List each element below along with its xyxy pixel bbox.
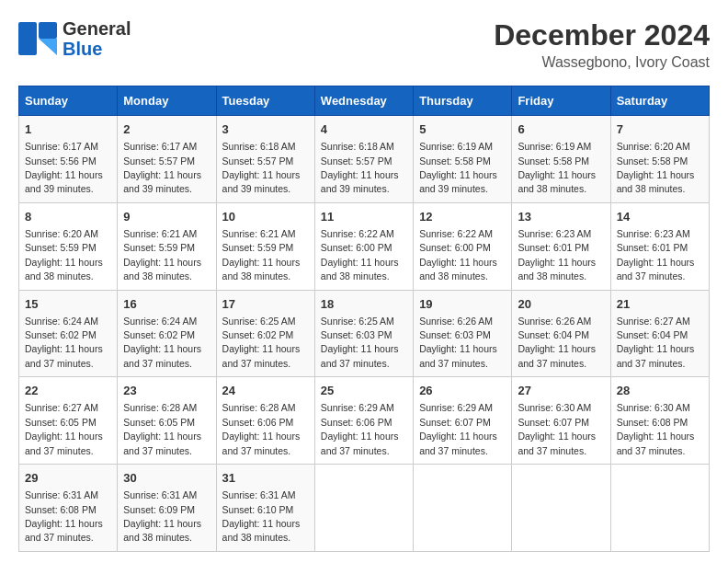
- page-header: General Blue December 2024 Wassegbono, I…: [18, 18, 710, 71]
- calendar-cell: 28 Sunrise: 6:30 AMSunset: 6:08 PMDaylig…: [610, 377, 709, 465]
- calendar-cell: 2 Sunrise: 6:17 AMSunset: 5:57 PMDayligh…: [118, 116, 216, 203]
- svg-rect-1: [39, 22, 57, 39]
- calendar-week-4: 22 Sunrise: 6:27 AMSunset: 6:05 PMDaylig…: [19, 377, 710, 465]
- calendar-cell: 25 Sunrise: 6:29 AMSunset: 6:06 PMDaylig…: [314, 377, 413, 465]
- calendar-cell: 10 Sunrise: 6:21 AMSunset: 5:59 PMDaylig…: [216, 202, 314, 290]
- calendar-cell: [512, 465, 610, 552]
- calendar-cell: 5 Sunrise: 6:19 AMSunset: 5:58 PMDayligh…: [414, 116, 512, 203]
- logo-general: General: [63, 18, 131, 39]
- logo-blue: Blue: [63, 39, 131, 59]
- calendar-cell: 14 Sunrise: 6:23 AMSunset: 6:01 PMDaylig…: [610, 202, 709, 290]
- calendar-cell: 18 Sunrise: 6:25 AMSunset: 6:03 PMDaylig…: [314, 290, 413, 377]
- header-wednesday: Wednesday: [314, 86, 413, 116]
- calendar-cell: 22 Sunrise: 6:27 AMSunset: 6:05 PMDaylig…: [19, 377, 118, 465]
- header-friday: Friday: [512, 86, 610, 116]
- calendar-cell: 1 Sunrise: 6:17 AMSunset: 5:56 PMDayligh…: [19, 116, 118, 203]
- calendar-cell: 27 Sunrise: 6:30 AMSunset: 6:07 PMDaylig…: [512, 377, 610, 465]
- calendar-cell: 6 Sunrise: 6:19 AMSunset: 5:58 PMDayligh…: [512, 116, 610, 203]
- header-tuesday: Tuesday: [216, 86, 314, 116]
- calendar-cell: [414, 465, 512, 552]
- logo: General Blue: [18, 18, 131, 59]
- calendar-cell: 9 Sunrise: 6:21 AMSunset: 5:59 PMDayligh…: [118, 202, 216, 290]
- calendar-cell: 31 Sunrise: 6:31 AMSunset: 6:10 PMDaylig…: [216, 465, 314, 552]
- calendar-week-1: 1 Sunrise: 6:17 AMSunset: 5:56 PMDayligh…: [19, 116, 710, 203]
- svg-rect-0: [18, 22, 37, 55]
- calendar-cell: 4 Sunrise: 6:18 AMSunset: 5:57 PMDayligh…: [314, 116, 413, 203]
- calendar-cell: 17 Sunrise: 6:25 AMSunset: 6:02 PMDaylig…: [216, 290, 314, 377]
- main-title: December 2024: [494, 18, 710, 52]
- svg-marker-2: [39, 39, 57, 55]
- calendar-cell: 21 Sunrise: 6:27 AMSunset: 6:04 PMDaylig…: [610, 290, 709, 377]
- calendar-cell: 20 Sunrise: 6:26 AMSunset: 6:04 PMDaylig…: [512, 290, 610, 377]
- calendar-cell: 3 Sunrise: 6:18 AMSunset: 5:57 PMDayligh…: [216, 116, 314, 203]
- calendar-cell: 8 Sunrise: 6:20 AMSunset: 5:59 PMDayligh…: [19, 202, 118, 290]
- calendar-cell: 12 Sunrise: 6:22 AMSunset: 6:00 PMDaylig…: [414, 202, 512, 290]
- calendar-cell: 30 Sunrise: 6:31 AMSunset: 6:09 PMDaylig…: [118, 465, 216, 552]
- calendar-cell: 19 Sunrise: 6:26 AMSunset: 6:03 PMDaylig…: [414, 290, 512, 377]
- calendar-week-5: 29 Sunrise: 6:31 AMSunset: 6:08 PMDaylig…: [19, 465, 710, 552]
- calendar-cell: 15 Sunrise: 6:24 AMSunset: 6:02 PMDaylig…: [19, 290, 118, 377]
- calendar-cell: 24 Sunrise: 6:28 AMSunset: 6:06 PMDaylig…: [216, 377, 314, 465]
- header-monday: Monday: [118, 86, 216, 116]
- calendar-header-row: Sunday Monday Tuesday Wednesday Thursday…: [19, 86, 710, 116]
- title-block: December 2024 Wassegbono, Ivory Coast: [494, 18, 710, 71]
- calendar-cell: [610, 465, 709, 552]
- calendar-cell: 11 Sunrise: 6:22 AMSunset: 6:00 PMDaylig…: [314, 202, 413, 290]
- header-saturday: Saturday: [610, 86, 709, 116]
- calendar-cell: 13 Sunrise: 6:23 AMSunset: 6:01 PMDaylig…: [512, 202, 610, 290]
- calendar-cell: 16 Sunrise: 6:24 AMSunset: 6:02 PMDaylig…: [118, 290, 216, 377]
- calendar-table: Sunday Monday Tuesday Wednesday Thursday…: [18, 86, 710, 552]
- calendar-cell: 29 Sunrise: 6:31 AMSunset: 6:08 PMDaylig…: [19, 465, 118, 552]
- calendar-week-2: 8 Sunrise: 6:20 AMSunset: 5:59 PMDayligh…: [19, 202, 710, 290]
- header-sunday: Sunday: [19, 86, 118, 116]
- calendar-cell: [314, 465, 413, 552]
- calendar-week-3: 15 Sunrise: 6:24 AMSunset: 6:02 PMDaylig…: [19, 290, 710, 377]
- calendar-cell: 26 Sunrise: 6:29 AMSunset: 6:07 PMDaylig…: [414, 377, 512, 465]
- subtitle: Wassegbono, Ivory Coast: [494, 54, 710, 71]
- calendar-cell: 23 Sunrise: 6:28 AMSunset: 6:05 PMDaylig…: [118, 377, 216, 465]
- calendar-cell: 7 Sunrise: 6:20 AMSunset: 5:58 PMDayligh…: [610, 116, 709, 203]
- header-thursday: Thursday: [414, 86, 512, 116]
